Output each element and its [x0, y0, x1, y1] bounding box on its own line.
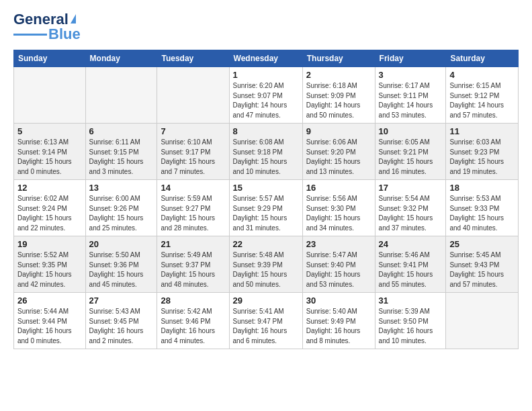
day-number: 6 — [89, 126, 154, 136]
day-info: Sunrise: 5:54 AM Sunset: 9:32 PM Dayligh… — [379, 194, 443, 233]
day-info: Sunrise: 5:48 AM Sunset: 9:39 PM Dayligh… — [233, 250, 299, 289]
day-info: Sunrise: 5:52 AM Sunset: 9:35 PM Dayligh… — [17, 250, 82, 289]
day-info: Sunrise: 6:02 AM Sunset: 9:24 PM Dayligh… — [17, 194, 82, 233]
day-number: 2 — [306, 70, 371, 80]
day-cell — [14, 67, 86, 124]
day-cell: 23Sunrise: 5:47 AM Sunset: 9:40 PM Dayli… — [302, 236, 375, 293]
day-info: Sunrise: 5:39 AM Sunset: 9:50 PM Dayligh… — [379, 307, 443, 346]
day-cell: 9Sunrise: 6:06 AM Sunset: 9:20 PM Daylig… — [302, 124, 375, 180]
day-info: Sunrise: 5:40 AM Sunset: 9:49 PM Dayligh… — [306, 307, 371, 346]
day-cell: 25Sunrise: 5:45 AM Sunset: 9:43 PM Dayli… — [446, 236, 519, 293]
day-info: Sunrise: 6:10 AM Sunset: 9:17 PM Dayligh… — [161, 138, 225, 177]
header-row: SundayMondayTuesdayWednesdayThursdayFrid… — [14, 50, 519, 67]
day-info: Sunrise: 5:44 AM Sunset: 9:44 PM Dayligh… — [17, 307, 82, 346]
day-cell: 10Sunrise: 6:05 AM Sunset: 9:21 PM Dayli… — [375, 124, 446, 180]
week-row-3: 12Sunrise: 6:02 AM Sunset: 9:24 PM Dayli… — [14, 180, 519, 236]
day-cell: 22Sunrise: 5:48 AM Sunset: 9:39 PM Dayli… — [229, 236, 302, 293]
day-number: 29 — [233, 295, 299, 306]
logo-triangle-icon — [71, 14, 76, 24]
day-cell: 13Sunrise: 6:00 AM Sunset: 9:26 PM Dayli… — [85, 180, 157, 236]
week-row-2: 5Sunrise: 6:13 AM Sunset: 9:14 PM Daylig… — [14, 124, 519, 180]
day-cell: 28Sunrise: 5:42 AM Sunset: 9:46 PM Dayli… — [157, 293, 229, 349]
week-row-4: 19Sunrise: 5:52 AM Sunset: 9:35 PM Dayli… — [14, 236, 519, 293]
day-cell: 6Sunrise: 6:11 AM Sunset: 9:15 PM Daylig… — [85, 124, 157, 180]
day-cell: 19Sunrise: 5:52 AM Sunset: 9:35 PM Dayli… — [14, 236, 86, 293]
day-number: 9 — [306, 126, 371, 136]
day-info: Sunrise: 5:43 AM Sunset: 9:45 PM Dayligh… — [89, 307, 154, 346]
day-info: Sunrise: 5:50 AM Sunset: 9:36 PM Dayligh… — [89, 250, 154, 289]
day-number: 31 — [379, 295, 443, 306]
day-info: Sunrise: 6:17 AM Sunset: 9:11 PM Dayligh… — [379, 81, 443, 120]
day-cell — [157, 67, 229, 124]
day-cell: 11Sunrise: 6:03 AM Sunset: 9:23 PM Dayli… — [446, 124, 519, 180]
day-info: Sunrise: 6:05 AM Sunset: 9:21 PM Dayligh… — [379, 138, 443, 177]
day-cell: 7Sunrise: 6:10 AM Sunset: 9:17 PM Daylig… — [157, 124, 229, 180]
day-number: 28 — [161, 295, 225, 306]
calendar-table: SundayMondayTuesdayWednesdayThursdayFrid… — [13, 50, 519, 349]
day-cell: 20Sunrise: 5:50 AM Sunset: 9:36 PM Dayli… — [85, 236, 157, 293]
day-info: Sunrise: 5:56 AM Sunset: 9:30 PM Dayligh… — [306, 194, 371, 233]
header-wednesday: Wednesday — [229, 50, 302, 67]
day-number: 14 — [161, 183, 225, 193]
day-info: Sunrise: 6:13 AM Sunset: 9:14 PM Dayligh… — [17, 138, 82, 177]
day-info: Sunrise: 6:15 AM Sunset: 9:12 PM Dayligh… — [449, 81, 515, 120]
day-cell: 31Sunrise: 5:39 AM Sunset: 9:50 PM Dayli… — [375, 293, 446, 349]
day-cell: 18Sunrise: 5:53 AM Sunset: 9:33 PM Dayli… — [446, 180, 519, 236]
day-number: 8 — [233, 126, 299, 136]
day-number: 27 — [89, 295, 154, 306]
day-cell: 27Sunrise: 5:43 AM Sunset: 9:45 PM Dayli… — [85, 293, 157, 349]
day-info: Sunrise: 6:11 AM Sunset: 9:15 PM Dayligh… — [89, 138, 154, 177]
day-number: 5 — [17, 126, 82, 136]
day-info: Sunrise: 6:08 AM Sunset: 9:18 PM Dayligh… — [233, 138, 299, 177]
day-number: 11 — [449, 126, 515, 136]
day-info: Sunrise: 5:47 AM Sunset: 9:40 PM Dayligh… — [306, 250, 371, 289]
day-number: 15 — [233, 183, 299, 193]
day-cell: 24Sunrise: 5:46 AM Sunset: 9:41 PM Dayli… — [375, 236, 446, 293]
day-info: Sunrise: 5:41 AM Sunset: 9:47 PM Dayligh… — [233, 307, 299, 346]
day-info: Sunrise: 5:59 AM Sunset: 9:27 PM Dayligh… — [161, 194, 225, 233]
day-info: Sunrise: 5:42 AM Sunset: 9:46 PM Dayligh… — [161, 307, 225, 346]
day-number: 10 — [379, 126, 443, 136]
day-number: 1 — [233, 70, 299, 80]
day-number: 22 — [233, 239, 299, 249]
header-friday: Friday — [375, 50, 446, 67]
day-cell — [446, 293, 519, 349]
day-cell — [85, 67, 157, 124]
header-saturday: Saturday — [446, 50, 519, 67]
day-number: 3 — [379, 70, 443, 80]
day-cell: 2Sunrise: 6:18 AM Sunset: 9:09 PM Daylig… — [302, 67, 375, 124]
header-thursday: Thursday — [302, 50, 375, 67]
header-tuesday: Tuesday — [157, 50, 229, 67]
day-number: 26 — [17, 295, 82, 306]
day-info: Sunrise: 6:03 AM Sunset: 9:23 PM Dayligh… — [449, 138, 515, 177]
day-cell: 1Sunrise: 6:20 AM Sunset: 9:07 PM Daylig… — [229, 67, 302, 124]
day-number: 18 — [449, 183, 515, 193]
header-sunday: Sunday — [14, 50, 86, 67]
day-cell: 26Sunrise: 5:44 AM Sunset: 9:44 PM Dayli… — [14, 293, 86, 349]
day-info: Sunrise: 6:20 AM Sunset: 9:07 PM Dayligh… — [233, 81, 299, 120]
day-cell: 14Sunrise: 5:59 AM Sunset: 9:27 PM Dayli… — [157, 180, 229, 236]
header: General Blue — [13, 11, 519, 43]
day-info: Sunrise: 5:53 AM Sunset: 9:33 PM Dayligh… — [449, 194, 515, 233]
header-monday: Monday — [85, 50, 157, 67]
day-info: Sunrise: 6:06 AM Sunset: 9:20 PM Dayligh… — [306, 138, 371, 177]
day-number: 23 — [306, 239, 371, 249]
logo-blue: Blue — [48, 26, 81, 43]
day-number: 7 — [161, 126, 225, 136]
day-info: Sunrise: 5:46 AM Sunset: 9:41 PM Dayligh… — [379, 250, 443, 289]
day-number: 19 — [17, 239, 82, 249]
day-cell: 15Sunrise: 5:57 AM Sunset: 9:29 PM Dayli… — [229, 180, 302, 236]
day-cell: 16Sunrise: 5:56 AM Sunset: 9:30 PM Dayli… — [302, 180, 375, 236]
day-info: Sunrise: 6:18 AM Sunset: 9:09 PM Dayligh… — [306, 81, 371, 120]
day-number: 13 — [89, 183, 154, 193]
day-info: Sunrise: 5:49 AM Sunset: 9:37 PM Dayligh… — [161, 250, 225, 289]
day-cell: 12Sunrise: 6:02 AM Sunset: 9:24 PM Dayli… — [14, 180, 86, 236]
day-info: Sunrise: 5:45 AM Sunset: 9:43 PM Dayligh… — [449, 250, 515, 289]
day-info: Sunrise: 6:00 AM Sunset: 9:26 PM Dayligh… — [89, 194, 154, 233]
day-cell: 4Sunrise: 6:15 AM Sunset: 9:12 PM Daylig… — [446, 67, 519, 124]
day-cell: 30Sunrise: 5:40 AM Sunset: 9:49 PM Dayli… — [302, 293, 375, 349]
logo-underline — [13, 34, 47, 36]
week-row-5: 26Sunrise: 5:44 AM Sunset: 9:44 PM Dayli… — [14, 293, 519, 349]
day-number: 12 — [17, 183, 82, 193]
day-number: 25 — [449, 239, 515, 249]
